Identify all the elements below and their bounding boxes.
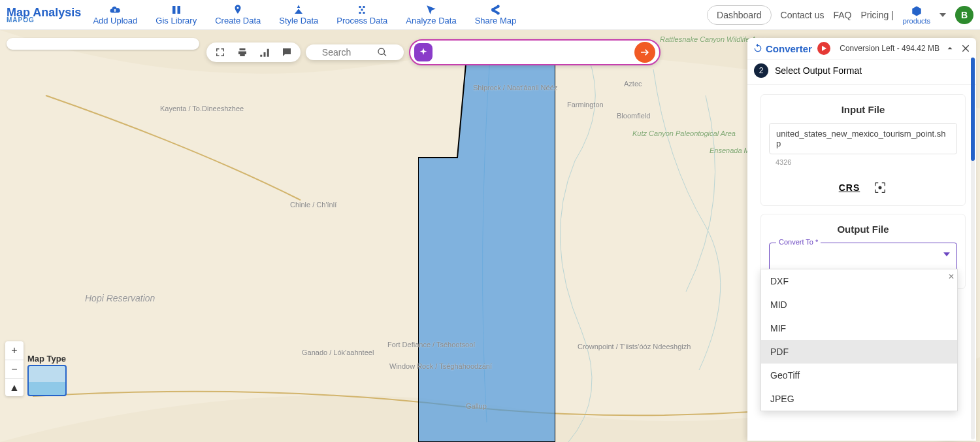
map-label-aztec: Aztec xyxy=(624,80,642,88)
crs-button[interactable]: CRS xyxy=(839,182,860,193)
play-icon xyxy=(821,45,827,52)
tool-pill xyxy=(206,42,301,62)
video-help-button[interactable] xyxy=(817,42,830,55)
option-pdf[interactable]: PDF xyxy=(761,340,957,364)
option-mif[interactable]: MIF xyxy=(761,316,957,340)
option-mid[interactable]: MID xyxy=(761,293,957,316)
dropdown-close-icon[interactable]: ✕ xyxy=(948,272,955,281)
map-type-picker[interactable]: Map Type xyxy=(27,354,67,396)
pricing-link[interactable]: Pricing | xyxy=(860,10,893,20)
map-label-kayenta: Kayenta / To.Dineeshzhee xyxy=(160,105,244,112)
zoom-in-button[interactable]: + xyxy=(5,341,24,360)
search-box[interactable]: Search xyxy=(306,44,404,60)
search-icon xyxy=(377,47,387,58)
dashboard-button[interactable]: Dashboard xyxy=(707,5,772,25)
svg-point-4 xyxy=(879,186,881,189)
step-number: 2 xyxy=(754,63,768,78)
close-icon[interactable] xyxy=(960,43,971,54)
option-jpeg[interactable]: JPEG xyxy=(761,387,957,411)
step-row: 2 Select Output Format xyxy=(747,60,976,85)
user-avatar[interactable]: B xyxy=(955,6,973,24)
arrow-right-icon xyxy=(639,46,651,58)
nav-items: Add Upload Gis Library Create Data Style… xyxy=(93,4,516,26)
nav-analyze-data[interactable]: Analyze Data xyxy=(406,4,456,26)
focus-icon[interactable] xyxy=(873,180,887,195)
selected-polygon xyxy=(418,50,555,442)
zoom-controls: + − ▲ xyxy=(5,341,24,396)
map-label-chinle: Chinle / Ch'ínlí xyxy=(290,201,336,209)
converter-panel: Converter Conversion Left - 494.42 MB 2 … xyxy=(747,38,976,441)
map-label-shiprock: Shiprock / Naat'áanii Nééz xyxy=(473,84,557,92)
nav-process-data[interactable]: Process Data xyxy=(336,4,387,26)
crs-code: 4326 xyxy=(769,158,957,166)
measure-icon[interactable] xyxy=(259,46,270,58)
refresh-icon xyxy=(753,43,763,54)
map-type-label: Map Type xyxy=(27,354,67,364)
cloud-upload-icon xyxy=(109,4,121,16)
brand-logo[interactable]: Map Analysis MAPOG xyxy=(7,7,93,24)
caret-down-icon xyxy=(943,252,950,256)
map-label-fortdef: Fort Defiance / Tséhootsooí xyxy=(387,341,475,348)
nav-style-data[interactable]: Style Data xyxy=(279,4,318,26)
input-heading: Input File xyxy=(769,104,957,115)
nav-create-data[interactable]: Create Data xyxy=(215,4,261,26)
nav-share-map[interactable]: Share Map xyxy=(475,4,517,26)
collapse-icon[interactable] xyxy=(945,43,955,54)
map-label-gallup: Gallup xyxy=(466,402,487,410)
convert-to-dropdown: ✕ DXF MID MIF PDF GeoTiff JPEG xyxy=(760,269,958,411)
north-arrow-button[interactable]: ▲ xyxy=(5,378,24,396)
caret-down-icon[interactable] xyxy=(939,12,946,18)
floating-toolbar: Search xyxy=(206,39,661,65)
output-heading: Output File xyxy=(769,224,957,235)
add-button[interactable] xyxy=(414,43,433,61)
convert-to-label: Convert To * xyxy=(776,238,821,246)
library-icon xyxy=(171,4,182,16)
map-label-farmington: Farmington xyxy=(567,101,604,109)
nav-add-upload[interactable]: Add Upload xyxy=(93,4,137,26)
step-title: Select Output Format xyxy=(775,65,862,76)
panel-title: Converter xyxy=(753,43,812,54)
conversion-left-text: Conversion Left - 494.42 MB xyxy=(840,44,939,53)
input-file-box[interactable]: united_states_new_mexico_tourism_point.s… xyxy=(769,123,957,154)
pin-icon xyxy=(232,4,244,16)
input-file-section: Input File united_states_new_mexico_tour… xyxy=(760,94,966,206)
contact-link[interactable]: Contact us xyxy=(781,10,825,20)
command-bar[interactable] xyxy=(409,39,661,65)
map-label-windowrock: Window Rock / Tségháhoodzání xyxy=(389,362,492,370)
convert-to-select[interactable]: Convert To * xyxy=(769,243,957,271)
print-icon[interactable] xyxy=(237,46,248,58)
style-icon xyxy=(293,4,304,16)
go-button[interactable] xyxy=(634,42,655,63)
process-icon xyxy=(356,4,368,16)
map-label-kutz: Kutz Canyon Paleontogical Area xyxy=(632,129,736,137)
crs-row: CRS xyxy=(769,180,957,195)
right-nav: Dashboard Contact us FAQ Pricing | produ… xyxy=(707,5,973,25)
map-label-crownpoint: Crownpoint / T'iists'óóz Ndeeshgizh xyxy=(578,343,691,350)
option-dxf[interactable]: DXF xyxy=(761,269,957,293)
panel-header: Converter Conversion Left - 494.42 MB xyxy=(747,38,976,60)
map-type-thumbnail[interactable] xyxy=(27,365,67,396)
map-canvas[interactable]: Hopi Reservation Kayenta / To.Dineeshzhe… xyxy=(0,30,980,442)
map-label-hopi: Hopi Reservation xyxy=(85,294,155,303)
comment-icon[interactable] xyxy=(281,46,293,58)
fullscreen-icon[interactable] xyxy=(214,46,226,58)
nav-gis-library[interactable]: Gis Library xyxy=(155,4,197,26)
analyze-icon xyxy=(425,4,437,16)
search-placeholder: Search xyxy=(322,47,351,58)
option-geotiff[interactable]: GeoTiff xyxy=(761,364,957,387)
zoom-out-button[interactable]: − xyxy=(5,360,24,378)
sparkle-plus-icon xyxy=(418,47,429,58)
panel-scrollbar[interactable] xyxy=(971,58,975,439)
top-nav: Map Analysis MAPOG Add Upload Gis Librar… xyxy=(0,0,980,30)
share-icon xyxy=(489,4,501,16)
products-menu[interactable]: products xyxy=(903,5,930,25)
map-label-ganado: Ganado / Lók'aahnteel xyxy=(302,348,374,356)
cube-icon xyxy=(911,5,923,17)
faq-link[interactable]: FAQ xyxy=(833,10,851,20)
map-label-bloomfield: Bloomfield xyxy=(617,112,650,120)
mini-toolbar[interactable] xyxy=(7,38,199,50)
